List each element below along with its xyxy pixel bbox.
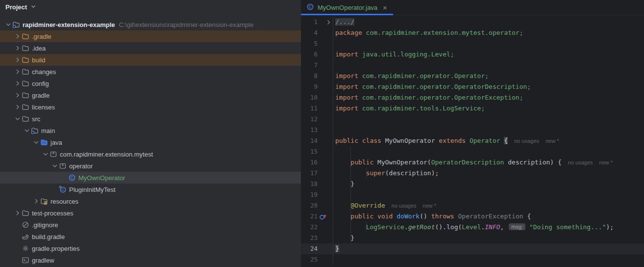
ignore-file-icon	[22, 221, 31, 229]
tree-item-java[interactable]: java	[0, 136, 301, 148]
tree-item-build-gradle[interactable]: build.gradle	[0, 231, 301, 242]
chevron-right-icon[interactable]	[13, 209, 22, 217]
svg-text:C: C	[71, 175, 74, 180]
code-line-19[interactable]: 19	[301, 189, 644, 200]
svg-text:C: C	[309, 4, 312, 9]
gutter: 16	[301, 157, 333, 168]
code-token	[335, 213, 350, 220]
tree-item-resources[interactable]: resources	[0, 195, 301, 207]
folder-excluded-icon	[22, 56, 31, 64]
chevron-right-icon[interactable]	[13, 56, 22, 64]
code-line-20[interactable]: 20 @Overrideno usagesnew *	[301, 200, 644, 211]
close-icon[interactable]: ×	[383, 4, 387, 11]
gutter: 19	[301, 189, 333, 200]
code-token: MyOwnOperator(	[373, 159, 431, 166]
code-editor[interactable]: 1/.../4package com.rapidminer.extension.…	[301, 15, 644, 267]
chevron-down-icon[interactable]	[41, 150, 50, 158]
gutter-icon-zone	[318, 60, 333, 71]
tree-item-com-rapidminer-extension-mytest[interactable]: com.rapidminer.extension.mytest	[0, 148, 301, 160]
tree-item-label: licenses	[32, 104, 55, 111]
code-line-17[interactable]: 17 super(description);	[301, 168, 644, 179]
code-line-12[interactable]: 12	[301, 114, 644, 125]
code-line-25[interactable]: 25	[301, 254, 644, 265]
code-line-5[interactable]: 5	[301, 38, 644, 49]
code-line-18[interactable]: 18 }	[301, 179, 644, 189]
code-line-4[interactable]: 4package com.rapidminer.extension.mytest…	[301, 27, 644, 38]
inlay-param-hint[interactable]: msg:	[509, 223, 525, 230]
tree-item-plugininitmytest[interactable]: CPluginInitMyTest	[0, 184, 301, 195]
gutter: 8	[301, 71, 333, 81]
chevron-right-icon[interactable]	[32, 197, 40, 205]
tree-item-operator[interactable]: operator	[0, 160, 301, 172]
editor-tab-myownoperator[interactable]: C MyOwnOperator.java ×	[301, 0, 393, 15]
code-vision-hint[interactable]: new *	[423, 203, 437, 209]
code-token: import	[335, 105, 358, 112]
tree-item-label: com.rapidminer.extension.mytest	[60, 151, 153, 158]
chevron-down-icon[interactable]	[32, 138, 40, 146]
tree-item--gitignore[interactable]: .gitignore	[0, 219, 301, 231]
code-line-15[interactable]: 15	[301, 146, 644, 157]
code-line-9[interactable]: 9import com.rapidminer.operator.Operator…	[301, 81, 644, 92]
code-line-16[interactable]: 16 public MyOwnOperator(OperatorDescript…	[301, 157, 644, 168]
code-line-6[interactable]: 6import java.util.logging.Level;	[301, 49, 644, 60]
code-vision-hint[interactable]: no usages	[392, 203, 417, 209]
chevron-down-icon[interactable]	[23, 127, 31, 134]
tree-item-licenses[interactable]: licenses	[0, 101, 301, 113]
chevron-right-icon[interactable]	[13, 80, 22, 87]
gutter-icon-zone	[318, 222, 333, 233]
code-line-7[interactable]: 7	[301, 60, 644, 71]
tree-item--idea[interactable]: .idea	[0, 42, 301, 54]
code-vision-hint[interactable]: no usages	[568, 160, 593, 165]
code-line-8[interactable]: 8import com.rapidminer.operator.Operator…	[301, 71, 644, 81]
tree-item-config[interactable]: config	[0, 78, 301, 89]
tree-item-myownoperator[interactable]: CMyOwnOperator	[0, 172, 301, 184]
project-panel-header[interactable]: Project	[0, 0, 301, 14]
code-line-14[interactable]: 14public class MyOwnOperator extends Ope…	[301, 135, 644, 146]
package-icon	[59, 162, 69, 170]
chevron-down-icon[interactable]	[13, 115, 22, 123]
code-line-10[interactable]: 10import com.rapidminer.operator.Operato…	[301, 92, 644, 103]
tree-item-label: build	[32, 56, 45, 64]
code-vision-hint[interactable]: new *	[599, 160, 613, 165]
overrides-method-icon[interactable]	[319, 213, 327, 220]
project-path: C:\git\extensions\rapidminer-extension-e…	[119, 21, 254, 28]
line-number: 4	[301, 27, 318, 38]
tree-item-gradlew[interactable]: gradlew	[0, 254, 301, 266]
code-line-21[interactable]: 21 public void doWork() throws OperatorE…	[301, 211, 644, 222]
line-number: 16	[301, 157, 318, 168]
tree-item--gradle[interactable]: .gradle	[0, 30, 301, 42]
gutter-icon-zone	[318, 168, 333, 179]
chevron-down-icon[interactable]	[4, 21, 12, 28]
code-token: Level	[462, 223, 481, 231]
code-line-11[interactable]: 11import com.rapidminer.tools.LogService…	[301, 103, 644, 114]
tree-item-gradle-properties[interactable]: gradle.properties	[0, 242, 301, 254]
code-line-1[interactable]: 1/.../	[301, 17, 644, 27]
tree-item-build[interactable]: build	[0, 54, 301, 66]
tree-item-label: config	[32, 80, 49, 87]
code-line-13[interactable]: 13	[301, 125, 644, 135]
chevron-right-icon[interactable]	[13, 91, 22, 99]
tree-item-changes[interactable]: changes	[0, 66, 301, 78]
chevron-right-icon[interactable]	[13, 32, 22, 40]
chevron-right-icon[interactable]	[13, 103, 22, 111]
tree-item-main[interactable]: main	[0, 125, 301, 136]
gutter-icon-zone	[318, 179, 333, 189]
code-vision-hint[interactable]: no usages	[514, 138, 539, 144]
code-line-22[interactable]: 22 LogService.getRoot().log(Level.INFO, …	[301, 222, 644, 233]
project-panel-title: Project	[5, 3, 27, 11]
tree-item-test-processes[interactable]: test-processes	[0, 207, 301, 219]
code-vision-hint[interactable]: new *	[545, 138, 559, 144]
tree-item-gradle[interactable]: gradle	[0, 89, 301, 101]
chevron-down-icon[interactable]	[50, 162, 59, 170]
gutter-icon-zone	[318, 146, 333, 157]
chevron-right-icon[interactable]	[13, 44, 22, 52]
fold-expand-icon[interactable]	[325, 19, 332, 26]
code-line-23[interactable]: 23 }	[301, 233, 644, 243]
code-line-24[interactable]: 24}	[301, 243, 644, 254]
code-token: {	[504, 137, 508, 144]
tree-item-src[interactable]: src	[0, 113, 301, 125]
code-text: super(description);	[333, 168, 439, 179]
folder-icon	[22, 80, 31, 87]
chevron-right-icon[interactable]	[13, 68, 22, 76]
tree-item-rapidminer-extension-example[interactable]: rapidminer-extension-exampleC:\git\exten…	[0, 19, 301, 30]
